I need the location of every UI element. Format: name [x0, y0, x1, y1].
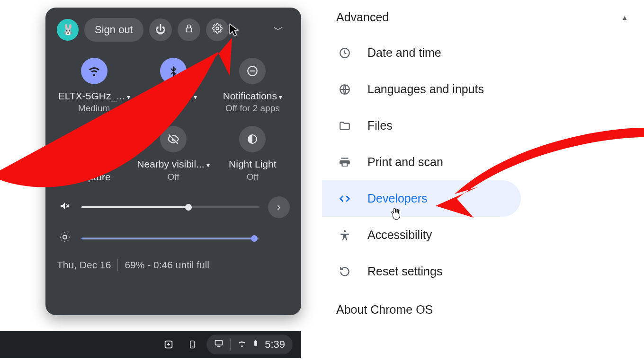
audio-output-button[interactable]: › [268, 196, 290, 218]
avatar[interactable]: 🐰 [57, 19, 79, 41]
sliders: › [57, 196, 290, 246]
quick-settings-tray: 🐰 Sign out ⏻ ﹀ ELTX-5GHz_...▾ Medium [45, 8, 301, 315]
settings-button[interactable] [206, 18, 229, 41]
settings-item-files[interactable]: Files [322, 107, 644, 144]
power-icon: ⏻ [155, 24, 166, 36]
shelf-phone-icon[interactable] [183, 335, 202, 354]
sign-out-button[interactable]: Sign out [84, 18, 143, 42]
settings-item-label: Date and time [367, 46, 441, 60]
svg-rect-14 [254, 341, 257, 346]
folder-icon [336, 120, 353, 132]
settings-item-print-scan[interactable]: Print and scan [322, 144, 644, 180]
accessibility-icon [336, 229, 353, 241]
gear-icon [212, 23, 223, 36]
night-light-icon [239, 126, 266, 152]
battery-status-icon [252, 338, 259, 351]
tray-header: 🐰 Sign out ⏻ ﹀ [57, 18, 290, 42]
advanced-section-header[interactable]: Advanced ▲ [322, 10, 644, 24]
svg-rect-15 [255, 340, 256, 341]
visibility-off-icon [160, 126, 187, 152]
settings-panel: Advanced ▲ Date and time Languages and i… [322, 0, 644, 317]
settings-item-accessibility[interactable]: Accessibility [322, 217, 644, 253]
svg-point-9 [63, 235, 67, 239]
shelf-downloads-icon[interactable] [159, 335, 178, 354]
clock-icon [336, 47, 353, 59]
settings-item-label: Print and scan [367, 155, 443, 169]
bluetooth-tile[interactable]: Bluetooth▾ On [136, 58, 210, 114]
code-icon [336, 192, 353, 205]
brightness-slider[interactable] [81, 238, 259, 239]
tray-footer: Thu, Dec 16 69% - 0:46 until full [57, 259, 290, 271]
reset-icon [336, 265, 353, 278]
wifi-tile[interactable]: ELTX-5GHz_...▾ Medium [57, 58, 131, 114]
volume-slider[interactable] [81, 206, 259, 208]
settings-item-developers[interactable]: Developers [322, 180, 521, 217]
settings-item-label: Languages and inputs [367, 82, 484, 96]
shelf-clock: 5:39 [265, 338, 285, 351]
do-not-disturb-icon [239, 58, 266, 84]
svg-rect-4 [90, 135, 98, 143]
printer-icon [336, 156, 353, 168]
brightness-icon[interactable] [57, 231, 73, 246]
collapse-button[interactable]: ﹀ [267, 18, 290, 41]
divider [117, 259, 118, 271]
tray-battery-status: 69% - 0:46 until full [125, 259, 209, 271]
about-label: About Chrome OS [336, 303, 433, 316]
cast-icon [214, 338, 224, 351]
svg-point-1 [216, 27, 219, 30]
svg-point-5 [93, 138, 96, 141]
settings-item-label: Accessibility [367, 228, 432, 242]
settings-item-date-time[interactable]: Date and time [322, 35, 644, 71]
power-button[interactable]: ⏻ [149, 18, 172, 41]
lock-icon [184, 24, 194, 36]
shelf: 5:39 [0, 331, 301, 358]
globe-icon [336, 83, 353, 96]
screen-capture-icon [81, 126, 107, 152]
volume-slider-row: › [57, 196, 290, 218]
chevron-down-icon: ﹀ [273, 23, 284, 37]
brightness-slider-row [57, 231, 290, 246]
wifi-status-icon [237, 338, 247, 351]
wifi-icon [81, 58, 107, 84]
about-chrome-os[interactable]: About Chrome OS [322, 290, 644, 317]
notifications-tile[interactable]: Notifications▾ Off for 2 apps [215, 58, 290, 114]
settings-item-label: Developers [367, 192, 427, 205]
shelf-status-area[interactable]: 5:39 [206, 335, 293, 354]
collapse-triangle-icon: ▲ [621, 14, 628, 21]
bluetooth-icon [160, 58, 187, 84]
settings-item-languages[interactable]: Languages and inputs [322, 71, 644, 107]
chevron-right-icon: › [277, 201, 280, 213]
night-light-tile[interactable]: Night Light Off [215, 126, 290, 183]
settings-item-label: Reset settings [367, 265, 442, 278]
divider [230, 338, 231, 351]
svg-rect-13 [215, 340, 223, 345]
screen-capture-tile[interactable]: Screen capture [57, 126, 131, 183]
settings-item-label: Files [367, 119, 393, 132]
volume-mute-icon[interactable] [57, 200, 73, 214]
svg-rect-0 [186, 28, 192, 32]
settings-item-reset[interactable]: Reset settings [322, 253, 644, 290]
quick-settings-tiles: ELTX-5GHz_...▾ Medium Bluetooth▾ On Noti… [57, 58, 290, 183]
advanced-label: Advanced [336, 10, 389, 24]
tray-date: Thu, Dec 16 [57, 259, 111, 271]
lock-button[interactable] [178, 18, 200, 41]
nearby-visibility-tile[interactable]: Nearby visibil...▾ Off [136, 126, 210, 183]
svg-point-18 [344, 230, 346, 232]
